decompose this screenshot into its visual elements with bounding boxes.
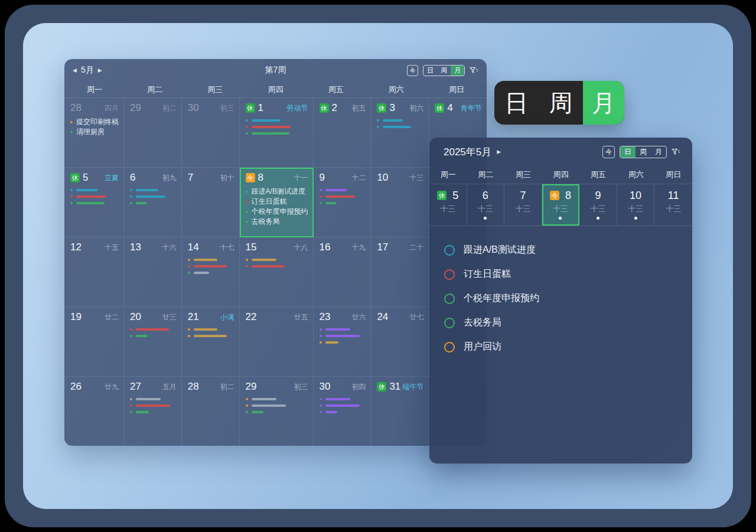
event-item[interactable]: 订生日蛋糕 xyxy=(246,197,308,207)
month-day-cell[interactable]: 22廿五 xyxy=(240,307,314,377)
view-option-month[interactable]: 月 xyxy=(651,146,666,158)
task-checkbox[interactable] xyxy=(444,318,455,328)
event-item[interactable]: 个税年度申报预约 xyxy=(246,207,308,217)
event-item[interactable] xyxy=(70,193,119,200)
view-option-day[interactable]: 日 xyxy=(423,66,437,76)
event-item[interactable] xyxy=(320,396,366,402)
month-day-cell[interactable]: 21小满 xyxy=(182,307,240,377)
event-item[interactable] xyxy=(246,130,308,136)
event-item[interactable] xyxy=(320,326,366,332)
week-day-cell[interactable]: 7十三 xyxy=(504,184,542,226)
month-day-cell[interactable]: 29初三 xyxy=(240,377,314,446)
month-day-cell[interactable]: 休5立夏 xyxy=(64,168,124,237)
next-week-arrow[interactable]: ▶ xyxy=(497,149,501,155)
event-item[interactable] xyxy=(246,409,308,415)
view-option-week[interactable]: 周 xyxy=(636,146,651,158)
event-item[interactable] xyxy=(70,200,119,206)
event-item[interactable] xyxy=(70,187,119,193)
week-day-cell[interactable]: 10十三 xyxy=(617,184,655,226)
month-day-cell[interactable]: 休2初五 xyxy=(314,98,372,168)
month-day-cell[interactable]: 12十五 xyxy=(64,237,124,307)
today-button[interactable]: 今 xyxy=(407,65,418,76)
month-day-cell[interactable]: 24廿七 xyxy=(371,307,429,377)
task-checkbox[interactable] xyxy=(444,269,455,280)
week-day-cell[interactable]: 休5十三 xyxy=(429,184,467,226)
event-item[interactable] xyxy=(188,269,234,276)
today-button[interactable]: 今 xyxy=(602,146,615,158)
month-day-cell[interactable]: 16十九 xyxy=(314,237,372,307)
event-item[interactable] xyxy=(130,193,177,200)
event-item[interactable] xyxy=(320,332,366,339)
task-item[interactable]: 用户回访 xyxy=(444,335,678,359)
task-item[interactable]: 跟进A/B测试进度 xyxy=(444,238,678,262)
week-day-cell[interactable]: 6十三 xyxy=(467,184,505,226)
event-item[interactable] xyxy=(246,402,308,409)
task-checkbox[interactable] xyxy=(444,342,455,353)
event-item[interactable] xyxy=(246,256,308,263)
month-day-cell[interactable]: 7初十 xyxy=(182,168,240,237)
event-item[interactable]: 提交印刷终稿 xyxy=(70,117,119,127)
week-day-cell[interactable]: 9十三 xyxy=(579,184,617,226)
event-item[interactable] xyxy=(188,256,234,263)
event-item[interactable] xyxy=(377,117,423,123)
event-item[interactable] xyxy=(130,396,177,402)
task-item[interactable]: 个税年度申报预约 xyxy=(444,286,678,311)
event-item[interactable] xyxy=(320,187,366,193)
week-day-cell[interactable]: 今8十三 xyxy=(542,184,580,226)
view-option-week[interactable]: 周 xyxy=(437,66,451,76)
event-item[interactable] xyxy=(130,409,177,415)
event-item[interactable] xyxy=(320,409,366,415)
view-option-month[interactable]: 月 xyxy=(451,66,464,76)
month-day-cell[interactable]: 28四月提交印刷终稿清理厨房 xyxy=(64,98,124,168)
big-toggle-option-day[interactable]: 日 xyxy=(494,81,539,125)
big-toggle-option-week[interactable]: 周 xyxy=(539,81,583,125)
event-item[interactable] xyxy=(188,326,234,332)
event-item[interactable] xyxy=(130,332,177,339)
event-item[interactable] xyxy=(377,123,423,130)
event-item[interactable]: 去税务局 xyxy=(246,217,308,227)
view-option-day[interactable]: 日 xyxy=(620,146,636,158)
filter-icon[interactable] xyxy=(672,148,680,156)
week-day-cell[interactable]: 11十三 xyxy=(654,184,692,226)
event-item[interactable] xyxy=(246,117,308,123)
month-day-cell[interactable]: 29初二 xyxy=(124,98,182,168)
task-item[interactable]: 去税务局 xyxy=(444,311,678,335)
month-day-cell[interactable]: 今8十一跟进A/B测试进度订生日蛋糕个税年度申报预约去税务局 xyxy=(240,168,314,237)
month-day-cell[interactable]: 23廿六 xyxy=(314,307,372,377)
month-day-cell[interactable]: 15十八 xyxy=(240,237,314,307)
month-day-cell[interactable]: 10十三 xyxy=(371,168,429,237)
month-day-cell[interactable]: 19廿二 xyxy=(64,307,124,377)
task-item[interactable]: 订生日蛋糕 xyxy=(444,262,678,286)
month-day-cell[interactable]: 休1劳动节 xyxy=(240,98,314,168)
month-day-cell[interactable]: 9十二 xyxy=(314,168,372,237)
month-day-cell[interactable]: 26廿九 xyxy=(64,377,124,446)
event-item[interactable] xyxy=(130,200,177,206)
month-day-cell[interactable]: 休3初六 xyxy=(371,98,429,168)
task-checkbox[interactable] xyxy=(444,245,455,256)
filter-icon[interactable] xyxy=(470,67,478,74)
event-item[interactable] xyxy=(130,326,177,332)
task-checkbox[interactable] xyxy=(444,293,455,304)
event-item[interactable] xyxy=(320,200,366,206)
event-item[interactable]: 清理厨房 xyxy=(70,127,119,137)
event-item[interactable] xyxy=(320,402,366,409)
event-item[interactable] xyxy=(188,332,234,339)
month-day-cell[interactable]: 30初四 xyxy=(314,377,372,446)
event-item[interactable] xyxy=(246,396,308,402)
event-item[interactable] xyxy=(246,263,308,269)
big-toggle-option-month[interactable]: 月 xyxy=(583,81,624,125)
event-item[interactable] xyxy=(130,402,177,409)
month-day-cell[interactable]: 17二十 xyxy=(371,237,429,307)
event-item[interactable]: 跟进A/B测试进度 xyxy=(246,187,308,197)
event-item[interactable] xyxy=(246,123,308,130)
month-day-cell[interactable]: 13十六 xyxy=(124,237,182,307)
event-item[interactable] xyxy=(130,187,177,193)
event-item[interactable] xyxy=(188,263,234,269)
event-item[interactable] xyxy=(320,339,366,345)
month-day-cell[interactable]: 30初三 xyxy=(182,98,240,168)
month-day-cell[interactable]: 14十七 xyxy=(182,237,240,307)
event-item[interactable] xyxy=(320,193,366,200)
month-day-cell[interactable]: 27五月 xyxy=(124,377,182,446)
month-day-cell[interactable]: 20廿三 xyxy=(124,307,182,377)
month-day-cell[interactable]: 28初二 xyxy=(182,377,240,446)
